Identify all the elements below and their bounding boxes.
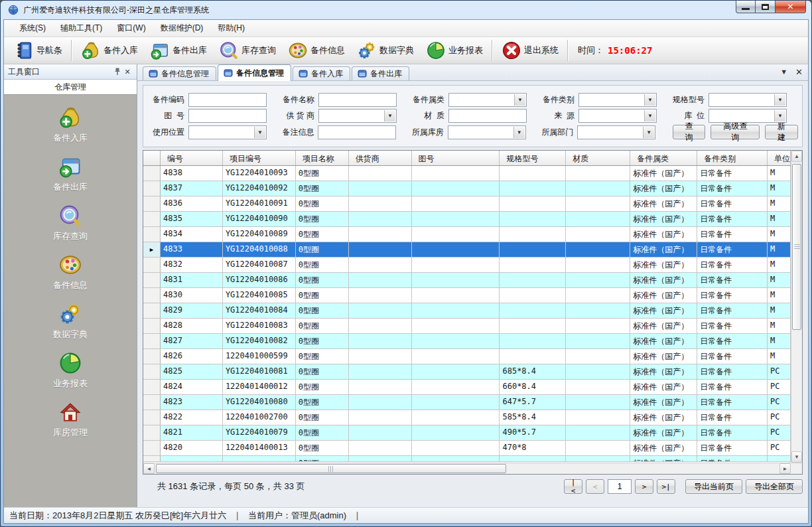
- field-dropdown[interactable]: ▼: [318, 109, 397, 123]
- field-dropdown[interactable]: ▼: [188, 125, 267, 139]
- field-dropdown[interactable]: ▼: [578, 109, 657, 123]
- tab-备件入库[interactable]: 备件入库: [293, 66, 350, 80]
- horizontal-scrollbar[interactable]: ◄ ►: [143, 463, 802, 474]
- table-row[interactable]: 4828YG122040100830型圈标准件（国产）日常备件M: [143, 319, 791, 334]
- first-page-button[interactable]: |<: [564, 479, 582, 494]
- sidebar-item-parts-in[interactable]: 备件入库: [4, 106, 137, 144]
- horizontal-scroll-thumb[interactable]: [156, 464, 506, 473]
- table-row[interactable]: 4837YG122040100920型圈标准件（国产）日常备件M: [143, 181, 791, 196]
- scroll-left-icon[interactable]: ◄: [143, 463, 155, 474]
- minimize-button[interactable]: [736, 1, 756, 13]
- scroll-right-icon[interactable]: ►: [779, 463, 791, 474]
- tab-备件信息管理[interactable]: 备件信息管理: [218, 64, 291, 81]
- menu-item[interactable]: 窗口(W): [109, 20, 153, 37]
- toolbar-button-parts-in[interactable]: 备件入库: [75, 38, 144, 62]
- column-header[interactable]: 规格型号: [500, 151, 566, 165]
- sidebar-item-inventory-search[interactable]: 库存查询: [4, 204, 137, 242]
- scroll-up-icon[interactable]: ▲: [791, 151, 802, 162]
- cell-id: 4828: [161, 319, 223, 333]
- table-row[interactable]: 4827YG122040100820型圈标准件（国产）日常备件M: [143, 334, 791, 349]
- sidebar-item-business-report[interactable]: 业务报表: [4, 351, 137, 390]
- sidebar-item-parts-out[interactable]: 备件出库: [4, 155, 137, 193]
- menu-item[interactable]: 系统(S): [12, 20, 53, 37]
- column-header[interactable]: 图号: [412, 151, 500, 165]
- table-row[interactable]: 482012204014000130型圈470*8标准件（国产）日常备件PC: [143, 441, 791, 456]
- table-row[interactable]: 4825YG122040100810型圈685*8.4标准件（国产）日常备件PC: [143, 364, 791, 380]
- toolbar-button-parts-out[interactable]: 备件出库: [144, 38, 213, 62]
- sidebar-item-warehouse[interactable]: 库房管理: [4, 400, 137, 439]
- table-row[interactable]: 4829YG122040100840型圈标准件（国产）日常备件M: [143, 303, 791, 319]
- new-button[interactable]: 新建: [765, 125, 798, 139]
- table-row[interactable]: 4836YG122040100910型圈标准件（国产）日常备件M: [143, 196, 791, 212]
- column-header[interactable]: 项目名称: [296, 151, 349, 165]
- column-header[interactable]: 备件类别: [697, 151, 768, 165]
- table-row[interactable]: 4823YG122040100800型圈647*5.7标准件（国产）日常备件PC: [143, 395, 791, 410]
- last-page-button[interactable]: >|: [657, 479, 675, 494]
- menu-item[interactable]: 辅助工具(T): [53, 20, 109, 37]
- prev-page-button[interactable]: <: [586, 479, 604, 494]
- next-page-button[interactable]: >: [635, 479, 653, 494]
- tab-备件信息管理[interactable]: 备件信息管理: [143, 66, 216, 80]
- tab-备件出库[interactable]: 备件出库: [352, 66, 409, 80]
- cell-spec: [500, 303, 566, 318]
- toolbar-button-parts-info[interactable]: 备件信息: [282, 38, 351, 62]
- table-row[interactable]: 482412204014000120型圈660*8.4标准件（国产）日常备件PC: [143, 380, 791, 395]
- field-dropdown[interactable]: ▼: [448, 93, 527, 107]
- sidebar-group-header[interactable]: 仓库管理: [4, 80, 137, 95]
- menu-item[interactable]: 帮助(H): [210, 20, 252, 37]
- field-dropdown[interactable]: ▼: [578, 93, 657, 107]
- table-row[interactable]: ▶4833YG122040100880型圈标准件（国产）日常备件M: [143, 242, 791, 258]
- chevron-down-icon[interactable]: ▼: [780, 68, 787, 76]
- field-text-input[interactable]: [318, 125, 396, 139]
- export-all-pages-button[interactable]: 导出全部页: [746, 479, 803, 494]
- cell-code: YG12204010091: [223, 196, 296, 211]
- query-button[interactable]: 查询: [673, 125, 706, 139]
- sidebar-close-icon[interactable]: ✕: [122, 67, 133, 76]
- table-row[interactable]: 482612204010005990型圈标准件（国产）日常备件M: [143, 349, 791, 364]
- column-header[interactable]: 项目编号: [223, 151, 296, 165]
- close-button[interactable]: ✕: [776, 1, 806, 13]
- toolbar-button-inventory-search[interactable]: 库存查询: [213, 38, 282, 62]
- table-row[interactable]: 4838YG122040100930型圈标准件（国产）日常备件M: [143, 166, 791, 181]
- column-header[interactable]: 材质: [566, 151, 630, 165]
- table-row[interactable]: 4834YG122040100890型圈标准件（国产）日常备件M: [143, 227, 791, 242]
- vertical-scroll-thumb[interactable]: [792, 164, 801, 330]
- table-row[interactable]: 4821YG122040100790型圈490*5.7标准件（国产）日常备件PC: [143, 425, 791, 441]
- field-dropdown[interactable]: ▼: [709, 93, 787, 107]
- column-header[interactable]: 供货商: [349, 151, 412, 165]
- toolbar-button-data-dictionary[interactable]: 数据字典: [351, 38, 420, 62]
- scroll-down-icon[interactable]: ▼: [791, 451, 802, 463]
- field-text-input[interactable]: [188, 109, 267, 123]
- field-dropdown[interactable]: ▼: [448, 125, 526, 139]
- field-dropdown[interactable]: ▼: [577, 125, 655, 139]
- menu-item[interactable]: 数据维护(D): [153, 20, 211, 37]
- vertical-scrollbar[interactable]: ▲ ▼: [791, 151, 802, 463]
- toolbar-button-business-report[interactable]: 业务报表: [420, 38, 489, 62]
- column-header[interactable]: 单位: [768, 151, 791, 165]
- field-text-input[interactable]: [188, 93, 267, 107]
- cell-drawing: [412, 196, 500, 211]
- column-header[interactable]: 备件属类: [630, 151, 697, 165]
- sidebar-item-data-dictionary[interactable]: 数据字典: [4, 302, 137, 340]
- sidebar-item-parts-info[interactable]: 备件信息: [4, 253, 137, 291]
- pin-icon[interactable]: [113, 67, 122, 76]
- notebook-icon: [14, 40, 34, 60]
- table-row[interactable]: 4832YG122040100870型圈标准件（国产）日常备件M: [143, 258, 791, 273]
- toolbar-button-notebook[interactable]: 导航条: [8, 38, 68, 62]
- field-dropdown[interactable]: ▼: [709, 109, 787, 123]
- cell-material: [566, 380, 630, 394]
- export-current-page-button[interactable]: 导出当前页: [685, 479, 742, 494]
- tab-close-icon[interactable]: ✕: [795, 68, 803, 76]
- horizontal-scroll-track[interactable]: [155, 463, 779, 474]
- toolbar-button-exit[interactable]: 退出系统: [496, 38, 565, 62]
- page-number-input[interactable]: [608, 479, 632, 494]
- field-text-input[interactable]: [318, 93, 397, 107]
- table-row[interactable]: 4831YG122040100860型圈标准件（国产）日常备件M: [143, 273, 791, 288]
- maximize-button[interactable]: [756, 1, 776, 13]
- column-header[interactable]: 编号: [161, 151, 223, 165]
- table-row[interactable]: 4835YG122040100900型圈标准件（国产）日常备件M: [143, 212, 791, 227]
- advanced-query-button[interactable]: 高级查询: [710, 125, 760, 139]
- table-row[interactable]: 4830YG122040100850型圈标准件（国产）日常备件M: [143, 288, 791, 303]
- field-text-input[interactable]: [448, 109, 527, 123]
- table-row[interactable]: 482212204010027000型圈585*8.4标准件（国产）日常备件PC: [143, 410, 791, 425]
